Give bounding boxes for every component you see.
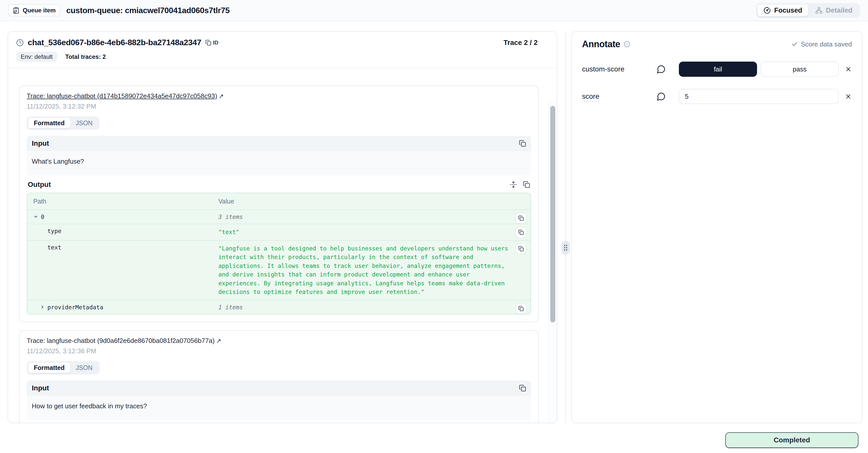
delete-score-icon[interactable]	[845, 93, 852, 100]
comment-bubble-icon[interactable]	[657, 65, 679, 74]
tab-formatted-1[interactable]: Formatted	[28, 118, 70, 128]
external-link-icon: ↗	[219, 93, 224, 100]
table-row: type "text"	[27, 224, 531, 240]
copy-row-button[interactable]	[516, 227, 527, 238]
score-option-fail[interactable]: fail	[679, 62, 757, 77]
trace-panel: chat_536ed067-b86e-4eb6-882b-ba27148a234…	[7, 31, 557, 423]
completed-button[interactable]: Completed	[725, 432, 859, 448]
queue-item-badge: Queue item	[8, 4, 60, 17]
input-section-1: Input What's Langfuse?	[27, 136, 531, 175]
input-label-2: Input	[32, 384, 49, 392]
output-json-table-1: Path Value 0 3 items type	[27, 193, 531, 315]
gauge-icon	[764, 7, 771, 14]
input-value-2: How to get user feedback in my traces?	[27, 396, 531, 420]
tab-formatted-2[interactable]: Formatted	[28, 363, 70, 373]
trace-timestamp-1: 11/12/2025, 3:12:32 PM	[27, 103, 531, 110]
id-label: ID	[213, 39, 218, 46]
tab-json-1[interactable]: JSON	[70, 118, 98, 128]
score-saved-status: Score data saved	[791, 40, 852, 48]
queue-item-badge-label: Queue item	[23, 7, 56, 14]
unfold-vertical-icon-1[interactable]	[510, 181, 517, 188]
value-column-header: Value	[218, 198, 525, 205]
copy-row-button[interactable]	[516, 303, 527, 314]
chevron-down-icon[interactable]	[33, 214, 38, 219]
trace-scroll-area: Trace: langfuse-chatbot (d174b1589072e43…	[8, 68, 557, 423]
trace-counter: Trace 2 / 2	[504, 39, 538, 47]
info-icon[interactable]	[624, 41, 630, 48]
format-tabs-2: Formatted JSON	[27, 361, 100, 374]
session-title: chat_536ed067-b86e-4eb6-882b-ba27148a234…	[28, 38, 201, 47]
score-name-label: custom-score	[582, 65, 657, 73]
toggle-focused[interactable]: Focused	[757, 4, 808, 17]
comment-bubble-icon[interactable]	[657, 92, 679, 101]
panel-resize-handle[interactable]	[561, 241, 570, 255]
view-mode-toggle: Focused Detailed	[756, 3, 860, 18]
path-column-header: Path	[33, 198, 218, 205]
toggle-detailed-label: Detailed	[826, 6, 852, 15]
trace-link-2[interactable]: Trace: langfuse-chatbot (9d0a6f2e6de8670…	[27, 337, 215, 344]
copy-output-icon-1[interactable]	[523, 181, 530, 188]
score-name-label: score	[582, 92, 599, 102]
score-option-pass[interactable]: pass	[761, 62, 839, 77]
tab-json-2[interactable]: JSON	[70, 363, 98, 373]
external-link-icon: ↗	[216, 337, 221, 344]
table-row: providerMetadata 1 items	[27, 301, 531, 314]
copy-row-button[interactable]	[516, 213, 527, 224]
output-header-2: Output	[27, 420, 531, 423]
clipboard-pen-icon	[12, 7, 20, 14]
annotate-panel: Annotate Score data saved custom-score	[571, 31, 863, 423]
clock-icon	[16, 39, 24, 47]
delete-score-icon[interactable]	[845, 66, 852, 73]
table-row: text "Langfuse is a tool designed to hel…	[27, 240, 531, 301]
annotate-title: Annotate	[582, 39, 620, 50]
trace-card-2: Trace: langfuse-chatbot (9d0a6f2e6de8670…	[19, 330, 539, 423]
check-icon	[791, 41, 798, 48]
scrollbar-track[interactable]	[548, 101, 557, 423]
format-tabs-1: Formatted JSON	[27, 116, 100, 130]
score-row-score: score	[582, 89, 852, 104]
page-title: custom-queue: cmiacwel70041ad060s7tlr75	[66, 6, 230, 15]
score-value-input[interactable]	[679, 89, 839, 104]
score-row-custom-score: custom-score fail pass	[582, 62, 852, 77]
main-area: chat_536ed067-b86e-4eb6-882b-ba27148a234…	[0, 21, 868, 453]
env-badge: Env: default	[16, 52, 57, 62]
trace-card-1: Trace: langfuse-chatbot (d174b1589072e43…	[19, 86, 539, 322]
copy-input-icon-2[interactable]	[519, 385, 526, 392]
topbar: Queue item custom-queue: cmiacwel70041ad…	[0, 0, 868, 21]
trace-panel-header: chat_536ed067-b86e-4eb6-882b-ba27148a234…	[8, 32, 557, 68]
total-traces-label: Total traces: 2	[65, 53, 106, 60]
queue-item-page: Queue item custom-queue: cmiacwel70041ad…	[0, 0, 868, 453]
toggle-detailed[interactable]: Detailed	[809, 4, 859, 17]
panel-divider	[565, 31, 566, 423]
toggle-focused-label: Focused	[774, 6, 802, 15]
input-value-1: What's Langfuse?	[27, 151, 531, 175]
copy-row-button[interactable]	[516, 243, 527, 254]
trace-timestamp-2: 11/12/2025, 3:12:36 PM	[27, 347, 531, 355]
copy-input-icon-1[interactable]	[519, 140, 526, 147]
input-section-2: Input How to get user feedback in my tra…	[27, 380, 531, 420]
grip-dots-icon	[564, 244, 568, 251]
network-icon	[815, 7, 823, 14]
output-header-1: Output	[27, 175, 531, 193]
copy-id-button[interactable]: ID	[205, 39, 218, 46]
scrollbar-thumb[interactable]	[550, 106, 555, 322]
input-label-1: Input	[32, 139, 49, 147]
output-label-1: Output	[28, 180, 51, 189]
chevron-right-icon[interactable]	[40, 305, 45, 310]
table-row: 0 3 items	[27, 210, 531, 224]
trace-link-1[interactable]: Trace: langfuse-chatbot (d174b1589072e43…	[27, 92, 217, 100]
